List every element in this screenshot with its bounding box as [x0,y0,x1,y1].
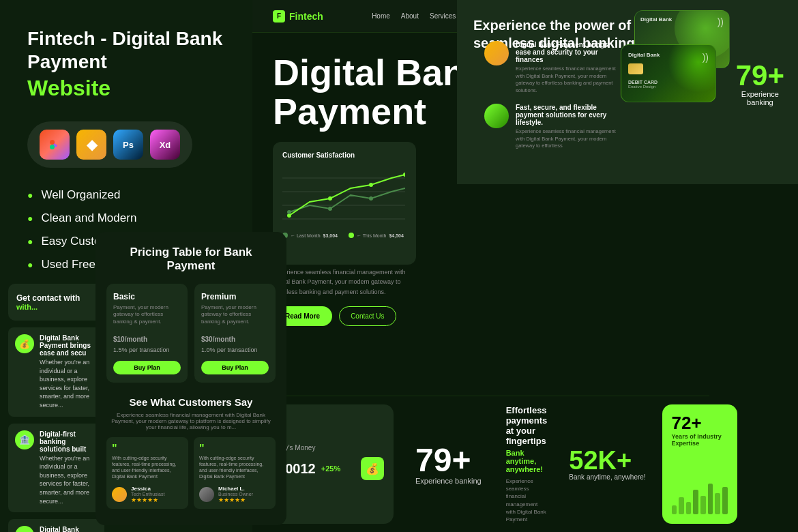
quote-mark-2: " [199,443,270,455]
avatar-1 [112,487,127,502]
contact-text: Get contact with [16,293,96,303]
years-number: 72+ [672,414,728,432]
premium-plan-name: Premium [201,292,269,301]
legend-value-this: $4,504 [389,233,403,238]
years-chart [672,484,728,514]
svg-point-12 [287,210,291,214]
figma-icon [40,130,70,160]
card-back-content: Digital Bank )) [635,11,729,28]
legend-this-month: ← This Month $4,504 [349,233,404,238]
years-card: 72+ Years of Industry Expertise [662,404,737,524]
debit-card-front: Digital Bank )) DEBIT CARD Enative Desig… [621,44,716,102]
nav-about[interactable]: About [401,12,419,20]
effortless-subtitle: Bank anytime, anywhere! [506,449,548,473]
stat-52k-number: 52K+ [569,447,645,473]
feature-icon-2: 🏦 [15,430,34,449]
info-title-1: Digital Bank Payment brings ease and sec… [516,41,621,63]
quote-mark-1: " [112,443,183,455]
nav-home[interactable]: Home [372,12,390,20]
nav-logo: F Fintech [273,10,323,23]
basic-plan-card: Basic Payment, your modern gateway to ef… [106,284,188,383]
money-icon: 💰 [361,457,384,480]
card-front-content: Digital Bank )) DEBIT CARD Enative Desig… [628,52,709,89]
bar-6 [708,484,713,514]
bar-3 [686,502,692,514]
chart-svg [282,164,405,226]
basic-plan-name: Basic [113,292,181,301]
avatar-2 [199,487,214,502]
author-name-2: Michael L. [218,486,253,492]
stat-number-top: 79+ [736,61,784,90]
info-text-1: Digital Bank Payment brings ease and sec… [516,41,621,94]
stat-79-block: 79+ Experience banking [402,396,495,532]
card-chip [628,63,643,74]
logo-text: Fintech [289,11,323,22]
photoshop-icon: Ps [113,130,143,160]
author-row-1: Jessica Tech Enthusiast ★★★★★ [112,486,183,503]
feature-icon-3: 💳 [15,526,34,532]
money-label: Today's Money [270,444,384,452]
stars-2: ★★★★★ [218,497,253,503]
right-top-panel: Experience the power of seamless digital… [457,0,798,184]
svg-point-14 [369,196,373,201]
hero-desc-area: Experience seamless financial management… [273,267,423,326]
basic-buy-button[interactable]: Buy Plan [113,361,181,374]
premium-plan-price: $30/month [201,331,269,345]
stat-52k-label: Bank anytime, anywhere! [569,473,645,481]
premium-buy-button[interactable]: Buy Plan [201,361,269,374]
info-icon-2 [484,104,509,128]
author-role-2: Business Owner [218,492,253,497]
svg-point-13 [328,207,332,211]
premium-plan-card: Premium Payment, your modern gateway to … [194,284,276,383]
feature-title-2: Digital-first banking solutions built [40,430,98,453]
bar-1 [672,505,677,515]
nav-services[interactable]: Services [430,12,456,20]
feature-card-3: 💳 Digital Bank Payment brings ease and s… [8,519,104,532]
author-role-1: Tech Enthusiast [131,492,164,497]
bar-5 [700,496,706,514]
xd-icon: Xd [150,130,180,160]
effortless-title: Effortless payments at your fingertips [506,405,548,446]
author-name-1: Jessica [131,486,164,492]
svg-rect-2 [55,140,59,145]
feature-title-1: Digital Bank Payment brings ease and sec… [40,334,98,357]
info-title-2: Fast, secure, and flexible payment solut… [516,104,621,126]
hero-description: Experience seamless financial management… [273,267,423,297]
pricing-panel: Pricing Table for Bank Payment Basic Pay… [95,232,286,525]
info-desc-2: Experience seamless financial management… [516,128,621,150]
sketch-icon: ◆ [76,130,106,160]
chart-legend: ← Last Month $3,004 ← This Month $4,504 [282,233,407,238]
svg-point-11 [403,173,405,177]
legend-value-last: $3,004 [323,233,338,238]
pricing-cards-row: Basic Payment, your modern gateway to ef… [106,284,276,383]
legend-label-this: ← This Month [357,233,386,238]
testimonial-1: " With cutting-edge security features, r… [106,437,188,508]
main-subtitle: Website [27,76,225,101]
years-label: Years of Industry Expertise [672,433,728,447]
contact-card: Get contact with with... [8,284,104,321]
info-block-1: Digital Bank Payment brings ease and sec… [484,41,621,94]
testimonial-section: See What Customers Say Experience seamle… [106,396,276,508]
testimonial-title: See What Customers Say [106,396,276,408]
hero-buttons: Read More Contact Us [273,306,423,326]
info-block-2: Fast, secure, and flexible payment solut… [484,104,621,150]
feature-item-2: Clean and Modern [27,211,225,225]
legend-last-month: ← Last Month $3,004 [282,233,338,238]
stat-52k-block: 52K+ Bank anytime, anywhere! [558,396,656,532]
premium-plan-desc: Payment, your modern gateway to effortle… [201,304,269,325]
info-desc-1: Experience seamless financial management… [516,65,621,94]
bar-7 [715,493,720,515]
pricing-title: Pricing Table for Bank Payment [106,246,276,273]
stat-label-top: Experience banking [739,90,780,106]
bar-8 [722,487,728,515]
contact-us-button[interactable]: Contact Us [339,306,396,326]
chart-title: Customer Satisfaction [282,151,407,159]
bar-4 [693,490,698,514]
legend-dot-this [349,233,354,238]
stat-badge-top: 79+ Experience banking [736,61,784,106]
feature-icon-1: 💰 [15,334,34,353]
author-row-2: Michael L. Business Owner ★★★★★ [199,486,270,503]
feature-item-1: Well Organized [27,188,225,202]
basic-plan-desc: Payment, your modern gateway to effortle… [113,304,181,325]
legend-label-last: ← Last Month [291,233,321,238]
